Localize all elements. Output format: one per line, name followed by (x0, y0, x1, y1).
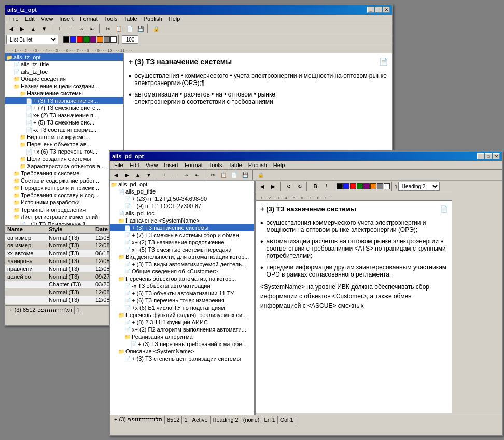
sidebar-item-prilozhenie[interactable]: 📄 - (1) ТЗ Приложение 1 (5, 221, 123, 225)
save-btn-s[interactable]: 💾 (240, 170, 250, 180)
sidebar-realiz[interactable]: 📁 Реализация алгоритма (110, 333, 254, 340)
sidebar-item-sostav[interactable]: 📁 Состав и содержание работ... (5, 177, 123, 184)
menu-help-main[interactable]: Help (165, 15, 184, 22)
maximize-btn-main[interactable]: □ (375, 7, 382, 13)
sidebar-tz7-s[interactable]: 📄 + (7) ТЗ смежные системы сбор и обмен (110, 231, 254, 239)
sidebar-item-tz-sostav[interactable]: 📄 -x ТЗ состав информа... (5, 126, 123, 133)
copy-btn-s[interactable]: 📋 (218, 170, 229, 180)
minimize-btn-second[interactable]: _ (477, 153, 484, 159)
sidebar-vidy[interactable]: 📄 + (3) ТЗ виды автоматизируемой деятель… (110, 260, 254, 268)
sidebar-obsh-cust[interactable]: 📄 Общие сведения об <Customer> (110, 268, 254, 275)
menu-tools-main[interactable]: Tools (101, 15, 121, 22)
sidebar-objx[interactable]: 📄 -x ТЗ объекты автоматизации (110, 282, 254, 290)
up-btn-s[interactable]: ▲ (133, 170, 143, 180)
sidebar-vid-s[interactable]: 📁 Вид деятельности, для автоматизации ко… (110, 253, 254, 260)
style-dropdown-second[interactable]: Heading 2 (398, 182, 440, 191)
menu-edit-second[interactable]: Edit (127, 161, 143, 169)
sidebar-item-trebsostav[interactable]: 📁 Требования к составу и сод... (5, 191, 123, 199)
re-redo-btn[interactable]: ↻ (295, 182, 305, 191)
copy-btn[interactable]: 📋 (114, 24, 124, 33)
sidebar-tz5-s[interactable]: 📄 x+ (5) ТЗ смежные системы передача (110, 246, 254, 253)
sidebar-item-char[interactable]: 📁 Характеристика объектов а... (5, 162, 123, 170)
outdent-btn[interactable]: ⇤ (87, 24, 97, 33)
sidebar-item-obshie[interactable]: 📁 Общие сведения (5, 75, 123, 82)
down-btn-s[interactable]: ▼ (144, 170, 154, 180)
menu-publish-main[interactable]: Publish (141, 15, 165, 22)
back-btn[interactable]: ◀ (6, 24, 17, 33)
menu-format-second[interactable]: Format (181, 161, 206, 169)
re-undo-btn[interactable]: ↺ (284, 182, 294, 191)
sidebar-item-toc[interactable]: 📄 ails_tz_toc (5, 68, 123, 75)
menu-table-second[interactable]: Table (225, 161, 245, 169)
menu-view-second[interactable]: View (143, 161, 161, 169)
sidebar-item-terminy[interactable]: 📁 Термины и определения (5, 206, 123, 213)
sidebar-item-list[interactable]: 📁 Лист регистрации изменений (5, 213, 123, 221)
sidebar-item-trebsys[interactable]: 📁 Требования к системе (5, 170, 123, 177)
sidebar-item-tz3[interactable]: 📄 + (3) ТЗ назначение си... (5, 97, 123, 104)
hscroll-right-editor[interactable] (256, 412, 452, 415)
up-btn[interactable]: ▲ (28, 24, 38, 33)
forward-btn[interactable]: ▶ (17, 24, 27, 33)
sidebar-item-istochniki[interactable]: 📁 Источники разработки (5, 199, 123, 206)
sidebar-matob[interactable]: 📄 + (3) ТЗ перечень требований к матобе.… (110, 340, 254, 348)
sidebar-item-naznach[interactable]: 📁 Назначение и цели создани... (5, 82, 123, 90)
sidebar-item-perecn[interactable]: 📁 Перечень объектов ав... (5, 141, 123, 148)
cut-btn[interactable]: ✂ (103, 24, 113, 33)
sidebar-item-root[interactable]: 📁 ails_tz_opt (5, 53, 123, 61)
menu-file-main[interactable]: File (6, 15, 22, 22)
sidebar-alg[interactable]: 📄 x+ (2) П2 алгоритм выполнения автомати… (110, 326, 254, 333)
sidebar-item-tz2[interactable]: 📄 x+ (2) ТЗ назначение п... (5, 112, 123, 119)
sidebar-item-vid[interactable]: 📁 Вид автоматизируемо... (5, 133, 123, 141)
sidebar-perecn-s[interactable]: 📁 Перечень объектов автоматиз, на котор.… (110, 275, 254, 282)
sidebar-stepen[interactable]: 📄 + (3) ТЗ степень централизации системы (110, 355, 254, 362)
menu-table-main[interactable]: Table (120, 15, 140, 22)
minimize-btn-main[interactable]: _ (367, 7, 374, 13)
indent-btn[interactable]: ⇥ (76, 24, 87, 33)
menu-tools-second[interactable]: Tools (206, 161, 226, 169)
sidebar-aiis[interactable]: 📄 + (8) 2.3 11.1 функции АИИС (110, 319, 254, 326)
sidebar-pdtoc[interactable]: 📄 ails_pd_toc (110, 210, 254, 217)
sidebar-item-poryadok[interactable]: 📁 Порядок контроля и приемк... (5, 184, 123, 191)
style-dropdown-main[interactable]: List Bullet (6, 35, 58, 44)
sidebar-pdtitle[interactable]: 📄 ails_pd_title (110, 188, 254, 195)
down-btn[interactable]: ▼ (39, 24, 49, 33)
sidebar-nazsysname[interactable]: 📁 Назначение <SystemName> (110, 217, 254, 224)
menu-file-second[interactable]: File (111, 161, 127, 169)
menu-publish-second[interactable]: Publish (245, 161, 270, 169)
save-btn[interactable]: 💾 (135, 24, 146, 33)
menu-edit-main[interactable]: Edit (22, 15, 38, 22)
zoom-box-main[interactable]: 100 (122, 35, 138, 44)
sidebar-obj11[interactable]: 📄 + (6) ТЗ объекты автоматизации 11 ТУ (110, 290, 254, 297)
sidebar-tz3-s[interactable]: 📄 + (3) ТЗ назначение системы (110, 224, 254, 231)
sidebar-funkc[interactable]: 📁 Перечень функций (задач), реализуемых … (110, 311, 254, 319)
sidebar-item-tz7[interactable]: 📄 + (7) ТЗ смежные систе... (5, 104, 123, 112)
sidebar-tz2-s[interactable]: 📄 x+ (2) ТЗ назначение продолжение (110, 239, 254, 246)
cut-btn-s[interactable]: ✂ (207, 170, 218, 180)
maximize-btn-second[interactable]: □ (485, 153, 492, 159)
menu-view-main[interactable]: View (38, 15, 57, 22)
sidebar-opis[interactable]: 📁 Описание <SystemName> (110, 348, 254, 355)
sidebar-root-second[interactable]: 📁 ails_pd_opt (110, 181, 254, 188)
close-btn-main[interactable]: ✕ (383, 7, 390, 13)
add-btn-s[interactable]: + (159, 170, 170, 180)
re-back-btn[interactable]: ◀ (257, 182, 268, 191)
menu-insert-main[interactable]: Insert (56, 15, 77, 22)
sidebar-item-nazsys[interactable]: 📁 Назначение системы (5, 90, 123, 97)
minus-btn-s[interactable]: − (170, 170, 180, 180)
lock-btn[interactable]: 🔒 (151, 24, 161, 33)
indent-btn-s[interactable]: ⇥ (181, 170, 191, 180)
sidebar-gost[interactable]: 📄 = (9) п. 1.1 ГОСТ 27300-87 (110, 202, 254, 210)
forward-btn-s[interactable]: ▶ (122, 170, 132, 180)
sidebar-item-tochki[interactable]: 📄 +x (6) ТЗ перечень точ... (5, 148, 123, 155)
minus-btn[interactable]: − (65, 24, 76, 33)
re-italic-btn[interactable]: I (321, 182, 331, 191)
sidebar-b1[interactable]: 📄 +x (6) Б1 число ТУ по подстанциям (110, 304, 254, 311)
outdent-btn-s[interactable]: ⇤ (192, 170, 202, 180)
sidebar-item-tz5[interactable]: 📄 + (5) ТЗ смежные сис... (5, 119, 123, 126)
sidebar-item-title[interactable]: 📄 ails_tz_title (5, 61, 123, 68)
re-bold-btn[interactable]: B (310, 182, 320, 191)
menu-insert-second[interactable]: Insert (161, 161, 181, 169)
lock-btn-s[interactable]: 🔒 (256, 170, 266, 180)
paste-btn[interactable]: 📄 (124, 24, 135, 33)
sidebar-tochki-s[interactable]: 📄 + (6) ТЗ перечень точек измерения (110, 297, 254, 304)
